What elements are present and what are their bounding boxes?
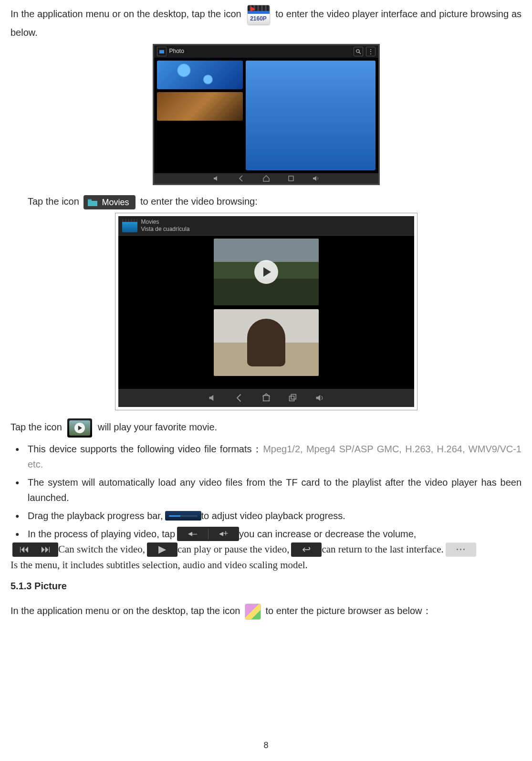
progress-bar-icon [165,511,201,521]
volume-up-icon [315,393,324,403]
bullet4-text-f: Is the menu, it includes subtitles selec… [10,557,308,573]
bullet4-text-a: In the process of playing video, tap [28,526,175,542]
video-browser-title: Movies [141,219,190,225]
bullet3-text-b: to adjust video playback progress. [201,508,345,523]
video-browser-subtitle: Vista de cuadrícula [141,226,190,232]
volume-minus-glyph: ◂– [188,527,197,541]
skip-next-glyph: ⏭ [41,542,51,558]
movies-app-icon [122,219,137,232]
play-pause-glyph: ▶ [158,542,166,558]
bullet4-text-e: can return to the last interface. [322,542,443,558]
play-overlay-icon [254,260,278,284]
recent-icon [288,393,298,403]
video-browser-screenshot: Movies Vista de cuadrícula [10,213,522,410]
play-pause-button-icon: ▶ [147,542,177,557]
photo-thumbnail [157,92,243,121]
bullet4-text-c: Can switch the video, [58,542,145,558]
photo-preview [246,61,375,170]
gallery-app-icon [245,604,261,620]
photo-browser-window: Photo ⋮ [153,44,380,185]
video-thumbnail [214,309,319,376]
skip-prev-glyph: ⏮ [20,542,30,558]
movies-chip-label: Movies [102,198,129,207]
svg-rect-0 [159,50,164,53]
svg-rect-6 [289,396,294,401]
recent-icon [287,175,295,182]
android-navbar [118,389,414,407]
list-item: This device supports the following video… [10,441,522,472]
skip-buttons-icon: ⏮ ⏭ [12,542,58,557]
overflow-menu-icon: ⋮ [366,47,376,56]
section-heading: 5.1.3 Picture [10,578,522,594]
feature-list: This device supports the following video… [10,441,522,573]
volume-down-icon [213,175,220,182]
volume-buttons-icon: ◂– ◂+ [177,527,239,541]
picture-text-a: In the application menu or on the deskto… [10,605,243,616]
svg-rect-7 [291,394,296,399]
menu-glyph: ⋯ [456,542,466,558]
volume-up-icon [312,175,320,182]
video-thumbnail [214,239,319,305]
home-icon [261,393,271,403]
video-player-2160p-icon: 2160P [247,5,270,25]
movies-folder-icon: Movies [83,195,136,209]
play-paragraph: Tap the icon will play your favorite mov… [10,418,522,438]
movies-text-b: to enter the video browsing: [140,196,258,207]
svg-rect-1 [159,49,164,50]
picture-text-b: to enter the picture browser as below： [266,605,432,616]
play-text-b: will play your favorite movie. [98,422,217,432]
picture-paragraph: In the application menu or on the deskto… [10,603,522,620]
video-play-thumb-icon [67,418,92,438]
svg-line-3 [359,52,361,54]
app-icon [157,47,167,56]
svg-point-2 [356,50,359,52]
bullet4-text-d: can play or pause the video, [177,542,289,558]
play-text-a: Tap the icon [10,422,64,432]
intro-text-a: In the application menu or on the deskto… [10,9,244,19]
volume-plus-glyph: ◂+ [219,527,229,541]
photo-browser-screenshot: Photo ⋮ [10,44,522,185]
folder-icon [87,198,98,207]
photo-browser-title: Photo [169,47,184,56]
list-item: Drag the playback progress bar, to adjus… [10,508,522,523]
svg-rect-5 [263,396,269,401]
page-number: 8 [0,739,532,752]
return-button-icon: ↩ [291,542,322,557]
page: In the application menu or on the deskto… [0,0,532,761]
bullet3-text-a: Drag the playback progress bar, [28,508,163,523]
bullet2-text: The system will automatically load any v… [28,477,522,503]
video-browser-topbar: Movies Vista de cuadrícula [118,216,414,236]
photo-browser-topbar: Photo ⋮ [154,45,378,58]
bullet1-text-a: This device supports the following video… [28,444,263,454]
android-navbar [154,173,378,184]
bullet4-text-b: you can increase or decrease the volume, [239,526,416,542]
intro-paragraph: In the application menu or on the deskto… [10,5,522,40]
movies-paragraph: Tap the icon Movies to enter the video b… [10,194,522,209]
home-icon [262,175,270,182]
play-overlay-icon [254,331,278,354]
menu-button-icon: ⋯ [446,542,476,557]
movies-text-a: Tap the icon [28,196,82,207]
photo-thumbnail [157,61,243,89]
svg-rect-4 [289,176,293,181]
list-item: In the process of playing video, tap ◂– … [10,526,522,573]
back-icon [238,175,245,182]
return-glyph: ↩ [302,541,311,558]
video-browser-window: Movies Vista de cuadrícula [115,213,417,410]
icon-2160p-label: 2160P [248,14,270,24]
list-item: The system will automatically load any v… [10,475,522,505]
back-icon [235,393,244,403]
search-icon [354,47,363,56]
volume-down-icon [208,393,218,403]
